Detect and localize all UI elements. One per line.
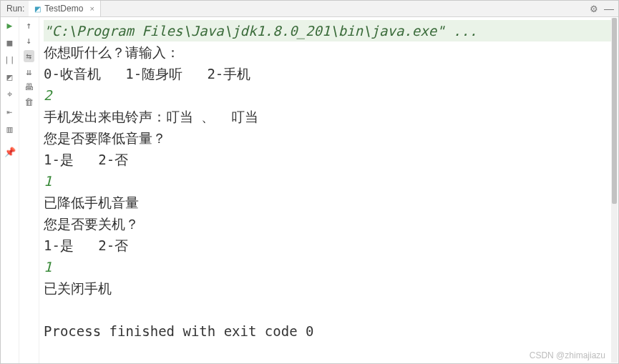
run-toolwindow-titlebar: Run: ◩ TestDemo × ⚙ — — [1, 1, 618, 17]
console-exit-line: Process finished with exit code 0 — [44, 320, 614, 342]
console-actions-gutter: ↑ ↓ ⇆ ⇊ 🖶 🗑 — [19, 17, 39, 363]
console-output-line: 您是否要降低音量？ — [44, 127, 614, 149]
pin-icon[interactable]: 📌 — [4, 147, 16, 157]
run-config-icon: ◩ — [34, 5, 41, 13]
layout-icon[interactable]: ▥ — [7, 124, 13, 134]
stop-icon[interactable]: ■ — [7, 37, 13, 48]
console-output[interactable]: "C:\Program Files\Java\jdk1.8.0_201\bin\… — [39, 17, 618, 363]
clear-all-icon[interactable]: 🗑 — [24, 97, 34, 107]
console-user-input: 1 — [44, 256, 614, 277]
dump-threads-icon[interactable]: ◩ — [7, 72, 13, 82]
scroll-to-end-icon[interactable]: ⇊ — [26, 67, 32, 77]
soft-wrap-icon[interactable]: ⇆ — [24, 50, 35, 62]
toolwindow-label: Run: — [1, 4, 29, 14]
console-command-line: "C:\Program Files\Java\jdk1.8.0_201\bin\… — [44, 20, 614, 41]
rerun-icon[interactable]: ▶ — [7, 20, 13, 31]
console-output-line: 您是否要关机？ — [44, 213, 614, 235]
vertical-scrollbar[interactable] — [611, 18, 618, 363]
run-tab[interactable]: ◩ TestDemo × — [29, 1, 100, 16]
pause-icon[interactable]: ❘❘ — [4, 54, 16, 65]
console-output-line: 1-是 2-否 — [44, 235, 614, 256]
down-stack-icon[interactable]: ↓ — [26, 35, 32, 46]
console-output-line: 手机发出来电铃声：叮当 、 叮当 — [44, 106, 614, 127]
scrollbar-thumb[interactable] — [612, 18, 617, 204]
run-actions-gutter: ▶ ■ ❘❘ ◩ ⌖ ⇤ ▥ 📌 — [1, 17, 19, 363]
console-output-line: 1-是 2-否 — [44, 149, 614, 170]
console-output-line: 已降低手机音量 — [44, 192, 614, 213]
attach-debugger-icon[interactable]: ⌖ — [7, 89, 12, 100]
console-user-input: 2 — [44, 84, 614, 106]
gear-icon[interactable]: ⚙ — [590, 4, 598, 14]
print-icon[interactable]: 🖶 — [24, 82, 34, 92]
console-output-line: 已关闭手机 — [44, 277, 614, 299]
close-icon[interactable]: × — [89, 4, 94, 13]
console-user-input: 1 — [44, 170, 614, 192]
console-output-line: 你想听什么？请输入： — [44, 41, 614, 63]
run-tab-label: TestDemo — [44, 4, 83, 14]
exit-icon[interactable]: ⇤ — [7, 107, 13, 117]
up-stack-icon[interactable]: ↑ — [26, 20, 32, 31]
console-blank-line — [44, 299, 614, 320]
console-output-line: 0-收音机 1-随身听 2-手机 — [44, 63, 614, 84]
